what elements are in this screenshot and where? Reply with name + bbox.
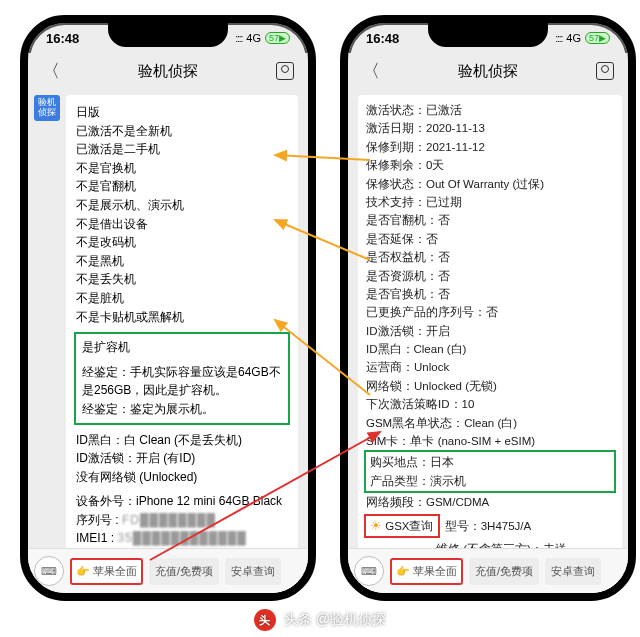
phone-left: 16:48 :::: 4G 57▶ 〈 验机侦探 验机 侦探 日版 已激活不是全… [20,15,316,601]
tab-android[interactable]: 安卓查询 [225,558,281,585]
line: GSM黑名单状态：Clean (白) [366,414,614,432]
line: 不是官翻机 [76,177,288,196]
line: 不是借出设备 [76,215,288,234]
line: 已激活不是全新机 [76,122,288,141]
watermark: 头 头条 @验机侦探 [0,609,640,631]
line: 运营商：Unlock [366,358,614,376]
line: 是否延保：否 [366,230,614,248]
line: 产品类型：演示机 [370,472,610,490]
phone-right: 16:48 :::: 4G 57▶ 〈 验机侦探 激活状态：已激活 激活日期：2… [340,15,636,601]
phone-notch [428,23,548,47]
page-title: 验机侦探 [458,62,518,81]
signal-icon: :::: [235,33,242,44]
line: 已更换产品的序列号：否 [366,303,614,321]
battery-icon: 57▶ [265,32,290,44]
line: 不是黑机 [76,252,288,271]
gsx-box: ☀ GSX查询 [364,514,440,539]
nav-bar: 〈 验机侦探 [28,53,308,89]
line: 日版 [76,103,288,122]
status-net: 4G [246,32,261,44]
line: 激活日期：2020-11-13 [366,119,614,137]
line: 网络频段：GSM/CDMA [366,493,614,511]
line: 是否权益机：否 [366,248,614,266]
line: ID激活锁：开启 (有ID) [76,449,288,468]
details-panel: 激活状态：已激活 激活日期：2020-11-13 保修到期：2021-11-12… [358,95,622,601]
battery-icon: 57▶ [585,32,610,44]
line: 经鉴定：手机实际容量应该是64GB不是256GB，因此是扩容机。 [82,363,282,400]
line: 是否资源机：否 [366,267,614,285]
line: 保修到期：2021-11-12 [366,138,614,156]
phone-notch [108,23,228,47]
back-icon[interactable]: 〈 [362,59,380,83]
line: 购买地点：日本 [370,453,610,471]
line: 是否官翻机：否 [366,211,614,229]
signal-icon: :::: [555,33,562,44]
line: 经鉴定：鉴定为展示机。 [82,400,282,419]
line: 网络锁：Unlocked (无锁) [366,377,614,395]
line: 不是丢失机 [76,270,288,289]
line: 保修状态：Out Of Warranty (过保) [366,175,614,193]
line: 激活状态：已激活 [366,101,614,119]
chat-area-left: 验机 侦探 日版 已激活不是全新机 已激活是二手机 不是官换机 不是官翻机 不是… [28,89,308,601]
line: 不是脏机 [76,289,288,308]
page-title: 验机侦探 [138,62,198,81]
star-icon: ☀ [370,518,382,533]
profile-icon[interactable] [596,62,614,80]
tab-apple-full[interactable]: 👉 苹果全面 [70,558,143,585]
bottom-tabs: ⌨ 👉 苹果全面 充值/免费项 安卓查询 [348,548,628,593]
highlight-box-right: 购买地点：日本 产品类型：演示机 [364,450,616,493]
tab-android[interactable]: 安卓查询 [545,558,601,585]
highlight-box-left: 是扩容机 经鉴定：手机实际容量应该是64GB不是256GB，因此是扩容机。 经鉴… [74,332,290,424]
kv-row: 否 [366,598,614,601]
line: ID黑白：白 Clean (不是丢失机) [76,431,288,450]
back-icon[interactable]: 〈 [42,59,60,83]
line: 技术支持：已过期 [366,193,614,211]
message-bubble: 验机 侦探 日版 已激活不是全新机 已激活是二手机 不是官换机 不是官翻机 不是… [66,95,298,601]
keyboard-icon[interactable]: ⌨ [34,556,64,586]
bottom-tabs: ⌨ 👉 苹果全面 充值/免费项 安卓查询 [28,548,308,593]
masked-row: 序列号 : FD████████ [76,511,288,530]
line: 已激活是二手机 [76,140,288,159]
status-net: 4G [566,32,581,44]
tab-recharge[interactable]: 充值/免费项 [469,558,539,585]
line: 没有网络锁 (Unlocked) [76,468,288,487]
line: ID激活锁：开启 [366,322,614,340]
keyboard-icon[interactable]: ⌨ [354,556,384,586]
status-time: 16:48 [46,31,79,46]
chat-area-right: 激活状态：已激活 激活日期：2020-11-13 保修到期：2021-11-12… [348,89,628,601]
nav-bar: 〈 验机侦探 [348,53,628,89]
tab-recharge[interactable]: 充值/免费项 [149,558,219,585]
avatar: 验机 侦探 [34,95,60,121]
line: 不是展示机、演示机 [76,196,288,215]
line: 型号：3H475J/A [445,520,532,532]
tab-apple-full[interactable]: 👉 苹果全面 [390,558,463,585]
line: 不是卡贴机或黑解机 [76,308,288,327]
status-time: 16:48 [366,31,399,46]
line: 不是改码机 [76,233,288,252]
line: 是否官换机：否 [366,285,614,303]
line: 是扩容机 [82,338,282,357]
line: 设备外号：iPhone 12 mini 64GB Black [76,492,288,511]
toutiao-logo-icon: 头 [254,609,276,631]
line: ID黑白：Clean (白) [366,340,614,358]
profile-icon[interactable] [276,62,294,80]
line: SIM卡：单卡 (nano-SIM + eSIM) [366,432,614,450]
line: 下次激活策略ID：10 [366,395,614,413]
masked-row: IMEI1 : 35████████████ [76,529,288,548]
line: 保修剩余：0天 [366,156,614,174]
line: 不是官换机 [76,159,288,178]
